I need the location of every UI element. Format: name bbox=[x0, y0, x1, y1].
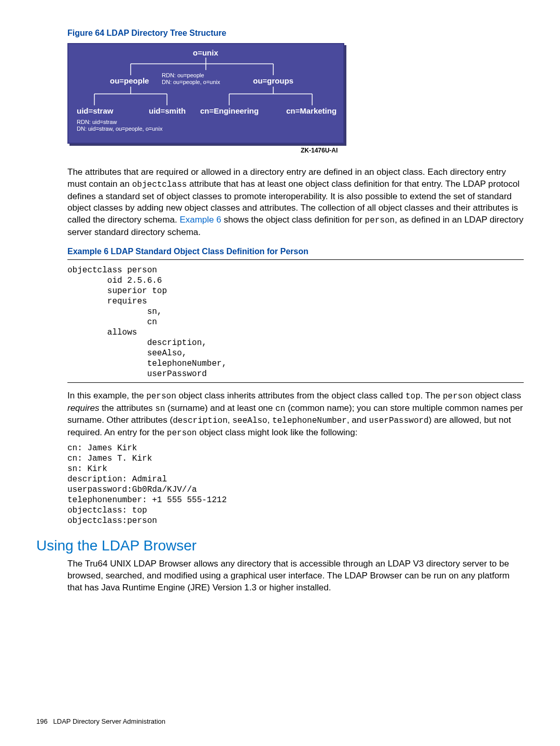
p2-t5: the attributes bbox=[99, 403, 155, 413]
p2-t9: , bbox=[267, 415, 272, 425]
p2-c1: person bbox=[146, 392, 176, 401]
tree-straw-dn: DN: uid=straw, ou=people, o=unix bbox=[77, 126, 162, 132]
p2-t3: . The bbox=[421, 391, 443, 400]
tree-straw: uid=straw bbox=[77, 106, 113, 115]
p2-t12: object class might look like the followi… bbox=[197, 427, 357, 437]
paragraph-1: The attributes that are required or allo… bbox=[67, 167, 524, 239]
figure-diagram: o=unix ou=people RDN: ou=people DN: ou=p… bbox=[67, 43, 524, 144]
p2-t1: In this example, the bbox=[67, 391, 146, 400]
tree-groups: ou=groups bbox=[253, 76, 293, 85]
paragraph-3: The Tru64 UNIX LDAP Browser allows any d… bbox=[67, 558, 524, 594]
tree-straw-rdn: RDN: uid=straw bbox=[77, 119, 117, 126]
entry-code: cn: James Kirk cn: James T. Kirk sn: Kir… bbox=[67, 443, 524, 526]
p2-c5: cn bbox=[275, 404, 285, 413]
section-heading: Using the LDAP Browser bbox=[36, 537, 524, 554]
p2-c4: sn bbox=[155, 404, 165, 413]
figure-caption: Figure 64 LDAP Directory Tree Structure bbox=[67, 29, 524, 38]
example-sep-top bbox=[67, 259, 524, 260]
example6-link[interactable]: Example 6 bbox=[179, 215, 221, 225]
page-footer: 196 LDAP Directory Server Administration bbox=[36, 717, 165, 725]
example-title: Example 6 LDAP Standard Object Class Def… bbox=[67, 247, 524, 256]
p2-t8: , bbox=[228, 415, 232, 425]
tree-people: ou=people bbox=[110, 76, 149, 85]
p2-c10: person bbox=[167, 429, 197, 438]
p2-t6: (surname) and at least one bbox=[165, 403, 275, 413]
tree-smith: uid=smith bbox=[149, 106, 186, 115]
tree-mktg: cn=Marketing bbox=[286, 106, 337, 115]
tree-people-dn: DN: ou=people, o=unix bbox=[162, 79, 220, 86]
footer-title: LDAP Directory Server Administration bbox=[53, 717, 166, 725]
p2-c6: description bbox=[173, 416, 228, 425]
p2-t4: object class bbox=[473, 391, 522, 400]
p2-c8: telephoneNumber bbox=[272, 416, 347, 425]
p1-code1: objectclass bbox=[132, 180, 187, 189]
p2-c3: person bbox=[443, 392, 473, 401]
p1-code2: person bbox=[365, 216, 395, 225]
p2-t2: object class inherits attributes from th… bbox=[176, 391, 405, 400]
example-code: objectclass person oid 2.5.6.6 superior … bbox=[67, 265, 524, 379]
page-number: 196 bbox=[36, 717, 48, 725]
p2-c7: seeAlso bbox=[232, 416, 267, 425]
paragraph-2: In this example, the person object class… bbox=[67, 390, 524, 439]
tree-eng: cn=Engineering bbox=[200, 106, 259, 115]
figure-id: ZK-1476U-AI bbox=[301, 147, 524, 154]
tree-people-rdn: RDN: ou=people bbox=[162, 72, 204, 79]
example-sep-bottom bbox=[67, 382, 524, 383]
tree-root: o=unix bbox=[193, 48, 218, 57]
p2-c2: top bbox=[405, 392, 421, 401]
p2-t10: , and bbox=[347, 415, 369, 425]
p2-i1: requires bbox=[67, 403, 99, 413]
p1-text-c: shows the object class definition for bbox=[221, 215, 365, 225]
p2-c9: userPassword bbox=[369, 416, 428, 425]
